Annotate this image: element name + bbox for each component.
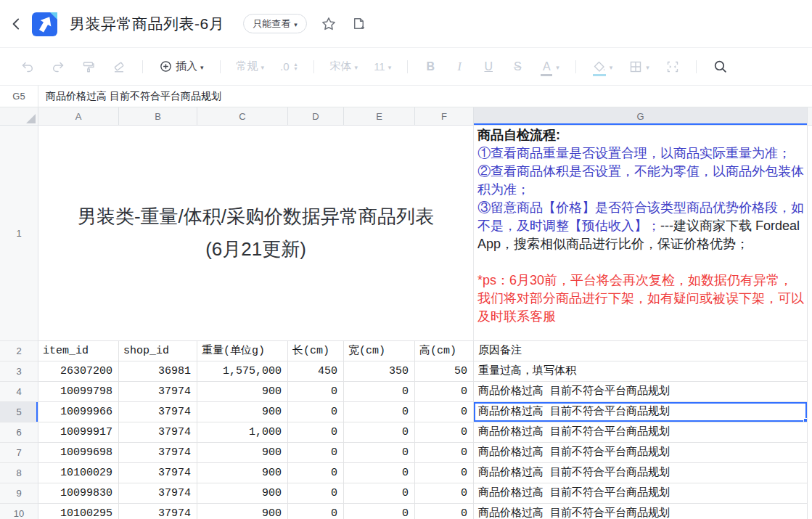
cell-f5[interactable]: 0 <box>415 402 474 422</box>
formula-input[interactable]: 商品价格过高 目前不符合平台商品规划 <box>38 86 812 107</box>
row-header-2[interactable]: 2 <box>0 341 38 361</box>
row-header-6[interactable]: 6 <box>0 422 38 443</box>
cell-reference-box[interactable]: G5 <box>0 86 38 107</box>
cell-d8[interactable]: 0 <box>288 463 344 483</box>
cell-f2[interactable]: 高(cm) <box>415 341 474 361</box>
app-logo-icon[interactable] <box>30 9 60 38</box>
row-header-8[interactable]: 8 <box>0 463 38 483</box>
text-color-button[interactable]: A ▾ <box>540 60 559 73</box>
cell-d6[interactable]: 0 <box>288 422 344 443</box>
row-header-7[interactable]: 7 <box>0 443 38 463</box>
cell-f8[interactable]: 0 <box>415 463 474 483</box>
bold-button[interactable]: B <box>424 60 437 73</box>
select-all-corner[interactable] <box>0 107 38 125</box>
cell-e9[interactable]: 0 <box>344 483 415 504</box>
column-header-f[interactable]: F <box>415 107 474 125</box>
format-painter-icon[interactable] <box>81 60 96 74</box>
cell-c7[interactable]: 900 <box>197 443 288 463</box>
cell-a3[interactable]: 26307200 <box>38 361 119 382</box>
cell-a7[interactable]: 10099698 <box>38 443 119 463</box>
cell-a4[interactable]: 10099798 <box>38 382 119 402</box>
cell-b8[interactable]: 37974 <box>119 463 197 483</box>
cell-e2[interactable]: 宽(cm) <box>344 341 415 361</box>
row-header-5[interactable]: 5 <box>0 402 38 422</box>
cell-g6[interactable]: 商品价格过高 目前不符合平台商品规划 <box>474 422 808 443</box>
cell-g8[interactable]: 商品价格过高 目前不符合平台商品规划 <box>474 463 808 483</box>
cell-a1-title[interactable]: 男装类-重量/体积/采购价数据异常商品列表 (6月21更新) <box>38 126 474 341</box>
cell-a8[interactable]: 10100029 <box>38 463 119 483</box>
cell-e10[interactable]: 0 <box>344 504 415 519</box>
row-header-3[interactable]: 3 <box>0 361 38 382</box>
column-header-a[interactable]: A <box>38 107 119 125</box>
decimal-button[interactable]: .0 ▴▾ <box>280 60 298 73</box>
cell-f4[interactable]: 0 <box>415 382 474 402</box>
cell-b4[interactable]: 37974 <box>119 382 197 402</box>
cell-c5[interactable]: 900 <box>197 402 288 422</box>
cell-g4[interactable]: 商品价格过高 目前不符合平台商品规划 <box>474 382 808 402</box>
cell-f9[interactable]: 0 <box>415 483 474 504</box>
cell-d3[interactable]: 450 <box>288 361 344 382</box>
column-header-d[interactable]: D <box>288 107 344 125</box>
column-header-e[interactable]: E <box>344 107 415 125</box>
cell-a10[interactable]: 10100295 <box>38 504 119 519</box>
underline-button[interactable]: U <box>482 60 495 73</box>
cell-b3[interactable]: 36981 <box>119 361 197 382</box>
italic-button[interactable]: I <box>453 60 466 73</box>
cell-e6[interactable]: 0 <box>344 422 415 443</box>
cell-a6[interactable]: 10099917 <box>38 422 119 443</box>
cell-d4[interactable]: 0 <box>288 382 344 402</box>
cell-d7[interactable]: 0 <box>288 443 344 463</box>
cell-g7[interactable]: 商品价格过高 目前不符合平台商品规划 <box>474 443 808 463</box>
cell-c9[interactable]: 900 <box>197 483 288 504</box>
cell-b5[interactable]: 37974 <box>119 402 197 422</box>
cell-b2[interactable]: shop_id <box>119 341 197 361</box>
fill-color-button[interactable]: ▾ <box>592 60 613 74</box>
cell-b9[interactable]: 37974 <box>119 483 197 504</box>
cell-e7[interactable]: 0 <box>344 443 415 463</box>
cell-e3[interactable]: 350 <box>344 361 415 382</box>
view-only-badge[interactable]: 只能查看 ▾ <box>243 14 307 33</box>
cell-a2[interactable]: item_id <box>38 341 119 361</box>
cell-e5[interactable]: 0 <box>344 402 415 422</box>
number-format-button[interactable]: 常规 ▾ <box>237 60 265 73</box>
undo-button[interactable] <box>20 60 35 74</box>
insert-button[interactable]: 插入 ▾ <box>159 60 204 73</box>
font-name-button[interactable]: 宋体 ▾ <box>330 60 358 73</box>
cell-b7[interactable]: 37974 <box>119 443 197 463</box>
cell-e8[interactable]: 0 <box>344 463 415 483</box>
cell-g10[interactable]: 商品价格过高 目前不符合平台商品规划 <box>474 504 808 519</box>
cell-d2[interactable]: 长(cm) <box>288 341 344 361</box>
cell-g2[interactable]: 原因备注 <box>474 341 808 361</box>
cell-d10[interactable]: 0 <box>288 504 344 519</box>
cell-d5[interactable]: 0 <box>288 402 344 422</box>
redo-button[interactable] <box>51 60 65 74</box>
cell-f7[interactable]: 0 <box>415 443 474 463</box>
row-header-4[interactable]: 4 <box>0 382 38 402</box>
column-header-c[interactable]: C <box>197 107 288 125</box>
cell-a9[interactable]: 10099830 <box>38 483 119 504</box>
column-header-b[interactable]: B <box>119 107 197 125</box>
cell-g3[interactable]: 重量过高，填写体积 <box>474 361 808 382</box>
eraser-icon[interactable] <box>112 60 126 74</box>
search-button[interactable] <box>713 59 728 74</box>
cell-g9[interactable]: 商品价格过高 目前不符合平台商品规划 <box>474 483 808 504</box>
cell-c6[interactable]: 1,000 <box>197 422 288 443</box>
font-size-button[interactable]: 11 ▾ <box>374 60 391 73</box>
cell-f10[interactable]: 0 <box>415 504 474 519</box>
row-header-10[interactable]: 10 <box>0 504 38 519</box>
cell-g1-notes[interactable]: 商品自检流程: ①查看商品重量是否设置合理，以商品实际重量为准； ②查看商品体积… <box>474 126 808 341</box>
cell-c8[interactable]: 900 <box>197 463 288 483</box>
cell-b10[interactable]: 37974 <box>119 504 197 519</box>
cell-a5[interactable]: 10099966 <box>38 402 119 422</box>
borders-button[interactable]: ▾ <box>628 60 649 74</box>
cell-c3[interactable]: 1,575,000 <box>197 361 288 382</box>
strikethrough-button[interactable]: S <box>511 60 524 73</box>
cell-b6[interactable]: 37974 <box>119 422 197 443</box>
cell-c2[interactable]: 重量(单位g) <box>197 341 288 361</box>
row-header-1[interactable]: 1 <box>0 126 38 341</box>
cell-c4[interactable]: 900 <box>197 382 288 402</box>
column-header-g[interactable]: G <box>474 107 808 125</box>
cell-f3[interactable]: 50 <box>415 361 474 382</box>
new-doc-icon[interactable] <box>350 15 368 33</box>
cell-c10[interactable]: 900 <box>197 504 288 519</box>
